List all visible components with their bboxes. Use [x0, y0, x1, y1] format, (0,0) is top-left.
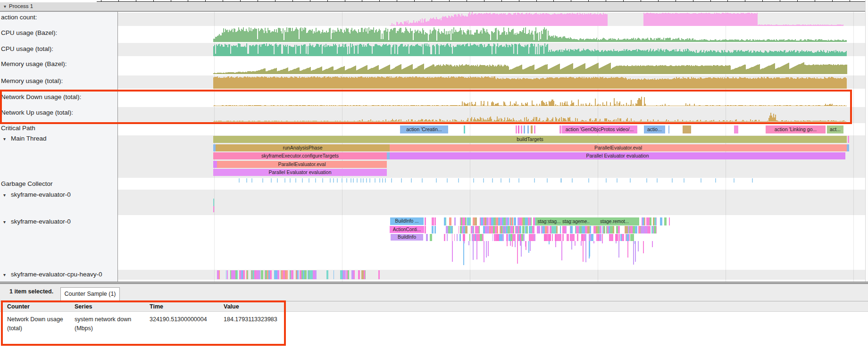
- ruler-tick: [449, 0, 450, 2]
- track-label-sidebar: action count:CPU usage (Bazel):CPU usage…: [0, 12, 118, 282]
- ruler-tick: [501, 0, 502, 2]
- track-label: Memory usage (Bazel):: [1, 60, 67, 67]
- ruler-tick: [327, 0, 328, 2]
- ruler-tick: [727, 0, 728, 2]
- evaluator-stage-span[interactable]: stag:ageme...: [562, 217, 590, 225]
- sidebar-item-cpu-usage-total: CPU usage (total):: [1, 45, 53, 53]
- main-thread-span[interactable]: [213, 161, 217, 168]
- critical-path-block[interactable]: [734, 125, 738, 133]
- critical-path-block[interactable]: [464, 125, 465, 133]
- ruler-tick: [414, 0, 415, 2]
- sidebar-item-skyframe-evaluator-0[interactable]: ▾skyframe-evaluator-0: [1, 217, 71, 226]
- expander-triangle-icon[interactable]: ▾: [3, 271, 11, 279]
- track-label: Garbage Collector: [1, 180, 53, 187]
- sidebar-item-memory-usage-total: Memory usage (total):: [1, 77, 63, 85]
- ruler-tick: [484, 0, 484, 2]
- tab-counter-sample[interactable]: Counter Sample (1): [60, 287, 120, 301]
- evaluator-stage-span[interactable]: stag:stag...: [536, 217, 562, 225]
- ruler-tick: [641, 0, 641, 2]
- critical-path-block[interactable]: action 'Creatin...: [400, 125, 448, 133]
- process-title: Process 1: [9, 3, 33, 9]
- critical-path-block[interactable]: action 'GenObjcProtos video/...: [562, 125, 637, 133]
- main-thread-span[interactable]: Parallel Evaluator evaluation: [390, 152, 845, 159]
- sidebar-item-skyframe-evaluator-0[interactable]: ▾skyframe-evaluator-0: [1, 191, 71, 200]
- ruler-tick: [797, 0, 798, 2]
- evaluator-stage-span[interactable]: stage.remot...: [590, 217, 639, 225]
- ruler-tick: [275, 0, 275, 2]
- critical-path-block[interactable]: [527, 125, 529, 133]
- ruler-tick: [832, 0, 833, 2]
- ruler-tick: [606, 0, 606, 2]
- evaluator-span[interactable]: BuildInfo: [391, 234, 423, 241]
- critical-path-block[interactable]: [521, 125, 522, 133]
- ruler-tick: [780, 0, 780, 2]
- ruler-baseline: [97, 1, 865, 2]
- track-row-garbage-collector: [118, 178, 865, 190]
- ruler-tick: [467, 0, 467, 2]
- ruler-tick: [710, 0, 711, 2]
- critical-path-block[interactable]: [559, 125, 561, 133]
- critical-path-block[interactable]: action 'Linking go...: [766, 125, 826, 133]
- sidebar-item-main-thread[interactable]: ▾Main Thread: [1, 134, 47, 143]
- track-label: skyframe-evaluator-0: [11, 191, 71, 198]
- track-label: Memory usage (total):: [1, 77, 63, 84]
- ruler-tick: [240, 0, 241, 2]
- main-thread-span[interactable]: runAnalysisPhase: [216, 144, 390, 151]
- track-label: CPU usage (total):: [1, 45, 53, 52]
- time-ruler[interactable]: [0, 0, 868, 2]
- ruler-tick: [676, 0, 676, 2]
- ruler-tick: [693, 0, 693, 2]
- ruler-tick: [345, 0, 345, 2]
- track-label: Main Thread: [11, 135, 47, 142]
- process-header[interactable]: ▾Process 1: [0, 2, 868, 12]
- expander-triangle-icon[interactable]: ▾: [3, 135, 11, 143]
- ruler-tick: [519, 0, 519, 2]
- main-thread-span[interactable]: ParallelEvaluator.eval: [390, 144, 847, 151]
- critical-path-block[interactable]: [683, 125, 691, 133]
- main-thread-span[interactable]: buildTargets: [213, 136, 847, 143]
- track-row-critical-path: [118, 123, 865, 135]
- critical-path-block[interactable]: act...: [827, 125, 843, 133]
- critical-path-block[interactable]: [516, 125, 517, 133]
- ruler-tick: [362, 0, 362, 2]
- track-row-mem-bazel: [118, 56, 865, 75]
- ruler-tick: [188, 0, 188, 2]
- evaluator-span[interactable]: BuildInfo ...: [390, 217, 424, 225]
- ruler-tick: [815, 0, 815, 2]
- track-row-cpu-bazel: [118, 26, 865, 43]
- sidebar-item-skyframe-evaluator-cpu-heavy-0[interactable]: ▾skyframe-evaluator-cpu-heavy-0: [1, 270, 102, 279]
- trace-viewer-window: ▾Process 1 action count:CPU usage (Bazel…: [0, 0, 868, 350]
- track-label: skyframe-evaluator-0: [11, 218, 71, 225]
- critical-path-block[interactable]: [534, 125, 535, 133]
- sidebar-item-cpu-usage-bazel: CPU usage (Bazel):: [1, 29, 57, 37]
- main-thread-span[interactable]: Parallel Evaluator evaluation: [213, 169, 387, 176]
- main-thread-span[interactable]: ParallelEvaluator.eval: [217, 161, 387, 168]
- ruler-tick: [101, 0, 101, 2]
- critical-path-block[interactable]: [531, 125, 533, 133]
- main-thread-span[interactable]: [848, 136, 849, 143]
- expander-triangle-icon[interactable]: ▾: [3, 218, 11, 226]
- scrollbar-track[interactable]: [865, 0, 868, 282]
- main-thread-span[interactable]: skyframeExecutor.configureTargets: [213, 152, 387, 159]
- track-label: Critical Path: [1, 125, 35, 132]
- main-thread-span[interactable]: [847, 144, 849, 151]
- ruler-tick: [432, 0, 432, 2]
- ruler-tick: [571, 0, 571, 2]
- track-row-mem-total: [118, 75, 865, 89]
- sidebar-item-critical-path: Critical Path: [1, 124, 35, 133]
- ruler-tick: [153, 0, 154, 2]
- critical-path-block[interactable]: [668, 125, 669, 133]
- gridline: [853, 2, 854, 282]
- critical-path-block[interactable]: [524, 125, 525, 133]
- critical-path-block[interactable]: actio...: [644, 125, 665, 133]
- ruler-tick: [658, 0, 659, 2]
- track-label: action count:: [1, 14, 37, 21]
- expander-triangle-icon[interactable]: ▾: [3, 191, 11, 200]
- collapse-triangle-icon[interactable]: ▾: [4, 4, 6, 9]
- critical-path-block[interactable]: [518, 125, 519, 133]
- track-row-action-count: [118, 13, 865, 26]
- sidebar-item-memory-usage-bazel: Memory usage (Bazel):: [1, 60, 67, 68]
- ruler-tick: [258, 0, 258, 2]
- track-row-cpu-heavy: [118, 270, 865, 280]
- evaluator-span[interactable]: ActionConti...: [390, 226, 424, 233]
